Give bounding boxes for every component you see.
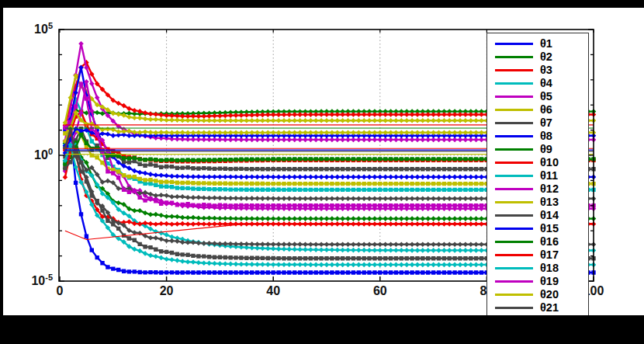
legend-line-sample bbox=[495, 294, 533, 296]
legend-line-sample bbox=[495, 82, 533, 85]
legend-label: θ6 bbox=[540, 104, 552, 116]
legend-row: θ18 bbox=[487, 262, 588, 275]
legend-row: θ10 bbox=[487, 156, 588, 169]
legend-row: θ9 bbox=[487, 143, 588, 156]
legend-line-sample bbox=[495, 96, 533, 98]
legend-label: θ14 bbox=[540, 210, 559, 221]
legend-label: θ3 bbox=[540, 64, 552, 76]
legend-row: θ21 bbox=[487, 301, 588, 314]
legend-label: θ5 bbox=[540, 91, 552, 103]
legend-line-sample bbox=[495, 43, 533, 45]
legend-line-sample bbox=[495, 122, 533, 124]
legend-label: θ19 bbox=[540, 276, 559, 287]
legend-label: θ9 bbox=[540, 144, 552, 155]
legend-label: θ11 bbox=[540, 170, 558, 182]
legend-line-sample bbox=[495, 267, 533, 269]
legend-row: θ5 bbox=[487, 90, 588, 103]
legend-line-sample bbox=[495, 109, 533, 111]
legend-row: θ2 bbox=[487, 50, 588, 64]
legend-label: θ2 bbox=[540, 51, 552, 63]
legend-row: θ19 bbox=[487, 275, 588, 288]
legend-line-sample bbox=[495, 175, 533, 177]
y-tick-label: 100 bbox=[0, 147, 53, 162]
legend-label: θ21 bbox=[540, 302, 559, 314]
x-tick-label: 20 bbox=[144, 284, 190, 298]
legend-row: θ15 bbox=[487, 222, 588, 235]
legend-label: θ12 bbox=[540, 183, 559, 195]
legend-line-sample bbox=[495, 201, 533, 203]
legend-line-sample bbox=[495, 280, 533, 283]
x-tick-label: 0 bbox=[36, 284, 83, 298]
legend-line-sample bbox=[495, 148, 533, 151]
legend-label: θ18 bbox=[540, 262, 559, 274]
legend-row: θ16 bbox=[487, 235, 588, 248]
legend-row: θ7 bbox=[487, 116, 588, 130]
legend-row: θ17 bbox=[487, 248, 588, 262]
legend-label: θ20 bbox=[540, 289, 559, 301]
legend-row: θ20 bbox=[487, 288, 588, 301]
legend-label: θ7 bbox=[540, 117, 552, 129]
legend-label: θ10 bbox=[540, 157, 559, 169]
legend-label: θ17 bbox=[540, 249, 559, 261]
x-tick-label: 60 bbox=[357, 284, 403, 298]
y-tick-label: 105 bbox=[0, 21, 53, 36]
legend-row: θ1 bbox=[487, 37, 588, 50]
legend-row: θ6 bbox=[487, 103, 588, 116]
x-tick-label: 40 bbox=[250, 284, 296, 298]
legend-label: θ13 bbox=[540, 196, 559, 208]
legend-label: θ4 bbox=[540, 78, 552, 89]
legend-row: θ8 bbox=[487, 130, 588, 143]
legend-line-sample bbox=[495, 214, 533, 217]
legend-row: θ14 bbox=[487, 209, 588, 222]
legend-row: θ4 bbox=[487, 77, 588, 90]
legend-line-sample bbox=[495, 162, 533, 164]
legend-row: θ3 bbox=[487, 64, 588, 77]
legend-row: θ11 bbox=[487, 169, 588, 182]
legend-label: θ1 bbox=[540, 38, 552, 50]
legend-line-sample bbox=[495, 241, 533, 243]
legend-line-sample bbox=[495, 56, 533, 58]
legend-line-sample bbox=[495, 228, 533, 230]
legend-row: θ13 bbox=[487, 196, 588, 209]
legend-line-sample bbox=[495, 307, 533, 309]
legend-line-sample bbox=[495, 188, 533, 190]
legend-label: θ16 bbox=[540, 236, 559, 248]
top-letterbox-bar bbox=[0, 0, 644, 8]
legend-label: θ8 bbox=[540, 130, 552, 142]
legend-line-sample bbox=[495, 254, 533, 256]
bottom-letterbox-bar bbox=[0, 315, 644, 344]
legend-box: θ1θ2θ3θ4θ5θ6θ7θ8θ9θ10θ11θ12θ13θ14θ15θ16θ… bbox=[486, 33, 589, 330]
legend-label: θ15 bbox=[540, 223, 559, 235]
legend-line-sample bbox=[495, 135, 533, 137]
legend-line-sample bbox=[495, 69, 533, 71]
legend-row: θ12 bbox=[487, 182, 588, 196]
